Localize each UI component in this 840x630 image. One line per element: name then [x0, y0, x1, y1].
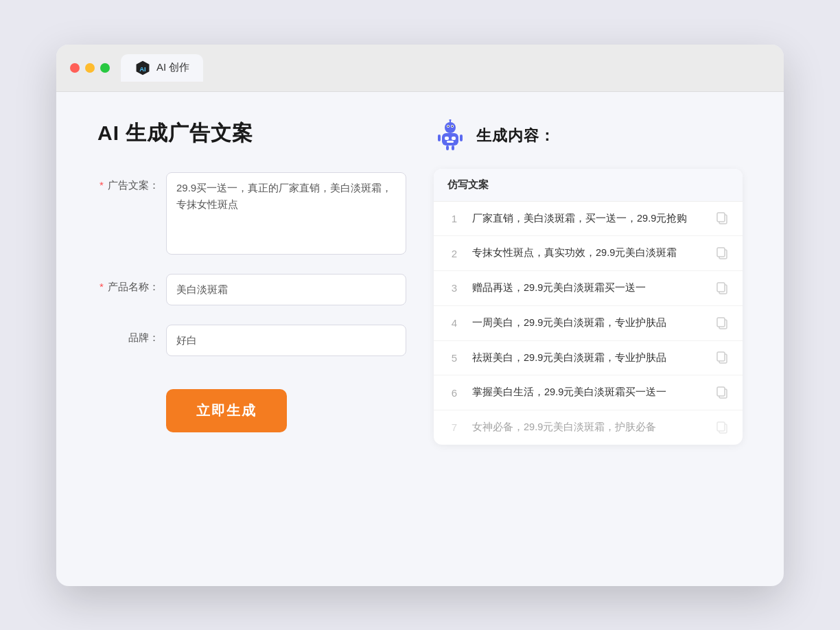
ai-tab-icon: AI	[135, 60, 151, 76]
result-row: 5 祛斑美白，29.9元美白淡斑霜，专业护肤品	[434, 341, 743, 376]
result-row: 1 厂家直销，美白淡斑霜，买一送一，29.9元抢购	[434, 202, 743, 237]
browser-titlebar: AI AI 创作	[56, 45, 784, 92]
row-number-2: 2	[447, 248, 461, 259]
svg-rect-18	[717, 213, 725, 222]
copy-icon-1[interactable]	[716, 212, 729, 224]
tab-label: AI 创作	[156, 61, 189, 74]
required-star-2: *	[100, 281, 104, 292]
form-group-product-name: * 产品名称：	[97, 274, 406, 305]
svg-text:AI: AI	[139, 65, 145, 73]
result-row: 2 专抹女性斑点，真实功效，29.9元美白淡斑霜	[434, 236, 743, 271]
svg-rect-15	[446, 145, 449, 150]
svg-rect-24	[717, 318, 725, 327]
copy-icon-2[interactable]	[716, 247, 729, 259]
row-number-5: 5	[447, 352, 461, 364]
svg-rect-20	[717, 248, 725, 257]
svg-rect-28	[717, 387, 725, 396]
copy-icon-3[interactable]	[716, 282, 729, 294]
robot-icon	[434, 119, 467, 152]
maximize-button[interactable]	[100, 63, 110, 73]
svg-rect-11	[452, 137, 456, 140]
svg-rect-13	[438, 135, 441, 141]
svg-point-8	[450, 119, 452, 121]
copy-icon-4[interactable]	[716, 317, 729, 329]
result-row: 6 掌握美白生活，29.9元美白淡斑霜买一送一	[434, 375, 743, 410]
ad-copy-input[interactable]	[166, 172, 406, 255]
result-header: 生成内容：	[434, 119, 743, 152]
svg-point-2	[445, 122, 456, 133]
minimize-button[interactable]	[85, 63, 95, 73]
ai-tab[interactable]: AI AI 创作	[121, 54, 203, 82]
ad-copy-label: * 广告文案：	[97, 172, 159, 192]
svg-rect-16	[452, 145, 454, 150]
result-row: 7 女神必备，29.9元美白淡斑霜，护肤必备	[434, 410, 743, 445]
form-group-ad-copy: * 广告文案：	[97, 172, 406, 255]
left-panel: AI 生成广告文案 * 广告文案： * 产品名称： 品牌：	[97, 119, 406, 552]
result-row: 3 赠品再送，29.9元美白淡斑霜买一送一	[434, 271, 743, 306]
generate-button[interactable]: 立即生成	[166, 389, 287, 432]
brand-input[interactable]	[166, 325, 406, 356]
row-number-6: 6	[447, 387, 461, 399]
svg-rect-10	[445, 137, 449, 140]
row-text-1: 厂家直销，美白淡斑霜，买一送一，29.9元抢购	[472, 211, 705, 226]
svg-rect-14	[460, 135, 463, 141]
result-table: 仿写文案 1 厂家直销，美白淡斑霜，买一送一，29.9元抢购 2 专抹女性斑点，…	[434, 169, 743, 445]
svg-rect-26	[717, 352, 725, 361]
product-name-label: * 产品名称：	[97, 274, 159, 294]
svg-rect-9	[442, 133, 458, 145]
row-number-3: 3	[447, 282, 461, 294]
svg-rect-22	[717, 283, 725, 292]
row-text-5: 祛斑美白，29.9元美白淡斑霜，专业护肤品	[472, 351, 705, 366]
svg-rect-12	[447, 141, 454, 143]
browser-content: AI 生成广告文案 * 广告文案： * 产品名称： 品牌：	[56, 92, 784, 586]
row-number-7: 7	[447, 421, 461, 433]
svg-point-6	[452, 126, 453, 127]
copy-icon-6[interactable]	[716, 386, 729, 399]
svg-rect-30	[717, 422, 725, 431]
row-text-6: 掌握美白生活，29.9元美白淡斑霜买一送一	[472, 385, 705, 400]
row-number-4: 4	[447, 317, 461, 329]
row-text-2: 专抹女性斑点，真实功效，29.9元美白淡斑霜	[472, 246, 705, 261]
row-text-3: 赠品再送，29.9元美白淡斑霜买一送一	[472, 281, 705, 296]
brand-label: 品牌：	[97, 325, 159, 345]
result-table-header: 仿写文案	[434, 169, 743, 202]
close-button[interactable]	[70, 63, 80, 73]
copy-icon-7[interactable]	[716, 421, 729, 434]
row-text-7: 女神必备，29.9元美白淡斑霜，护肤必备	[472, 420, 705, 435]
right-panel: 生成内容： 仿写文案 1 厂家直销，美白淡斑霜，买一送一，29.9元抢购 2 专…	[434, 119, 743, 552]
form-group-brand: 品牌：	[97, 325, 406, 356]
row-number-1: 1	[447, 213, 461, 224]
result-row: 4 一周美白，29.9元美白淡斑霜，专业护肤品	[434, 306, 743, 341]
result-title: 生成内容：	[476, 126, 555, 146]
copy-icon-5[interactable]	[716, 351, 729, 364]
traffic-lights	[70, 63, 110, 73]
product-name-input[interactable]	[166, 274, 406, 305]
row-text-4: 一周美白，29.9元美白淡斑霜，专业护肤品	[472, 316, 705, 331]
required-star-1: *	[100, 179, 104, 191]
page-title: AI 生成广告文案	[97, 119, 406, 148]
browser-window: AI AI 创作 AI 生成广告文案 * 广告文案： * 产品名称：	[56, 45, 784, 586]
svg-point-5	[447, 126, 449, 127]
